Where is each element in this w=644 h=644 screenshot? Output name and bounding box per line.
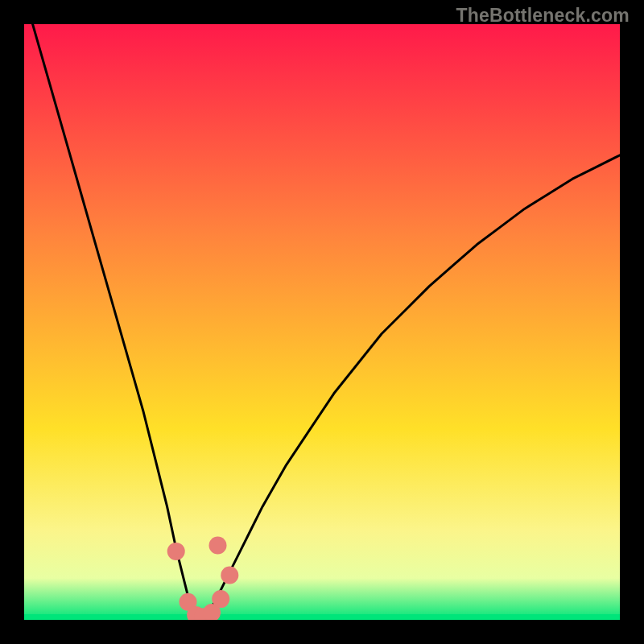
plot-area xyxy=(24,24,620,620)
green-bottom-edge xyxy=(24,614,620,620)
data-dot xyxy=(221,567,238,584)
data-dot xyxy=(209,537,227,555)
data-dot xyxy=(212,590,229,608)
chart-svg xyxy=(24,24,620,620)
watermark-label: TheBottleneck.com xyxy=(456,5,630,27)
gradient-background xyxy=(24,24,620,620)
data-dot xyxy=(167,543,185,560)
